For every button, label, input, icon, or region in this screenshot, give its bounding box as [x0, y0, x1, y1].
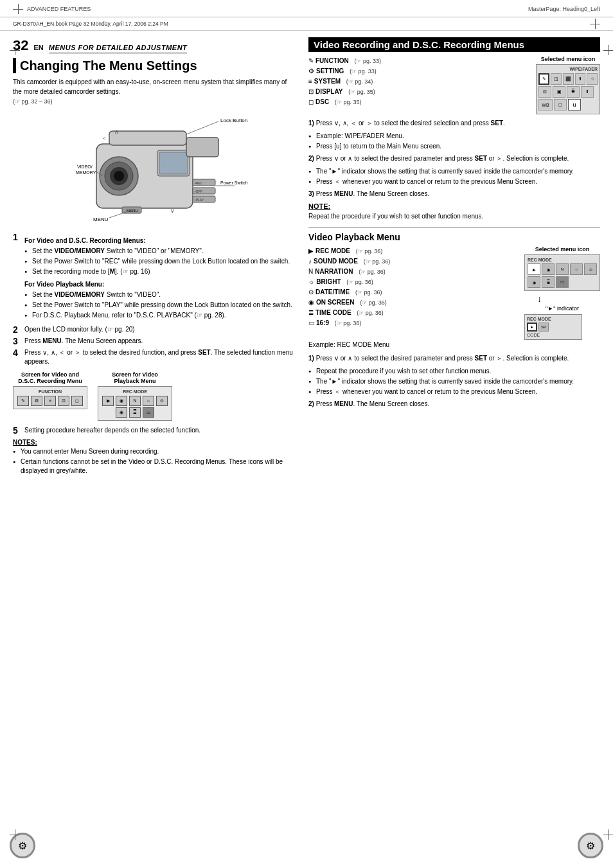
page: ADVANCED FEATURES MasterPage: Heading0_L…	[0, 0, 613, 868]
func-icon-4: ⊡	[58, 396, 69, 406]
sound-mode-icon: ♪	[308, 256, 312, 267]
masterpage-label: MasterPage: Heading0_Left	[528, 6, 600, 12]
rm-icon-3: N	[556, 263, 569, 275]
rec-mode-title: REC MODE	[528, 258, 597, 262]
rms-code-label: CODE	[527, 333, 580, 337]
svg-line-17	[186, 121, 218, 134]
vp-menu-heading: For Video Playback Menu:	[24, 280, 296, 289]
svg-text:Lock Button: Lock Button	[220, 118, 247, 123]
si-icon-9: ⬆	[581, 86, 594, 98]
rms-box-2: SP	[538, 323, 549, 332]
display-icon: ⊡	[308, 87, 314, 97]
note-bullet: You cannot enter Menu Screen during reco…	[13, 447, 296, 456]
rms-box-1: ►	[527, 323, 537, 332]
setting-icon: ⚙	[308, 66, 314, 76]
main-content: 32 EN MENUS FOR DETAILED ADJUSTMENT Chan…	[0, 31, 613, 484]
step-1-bullets: Set the VIDEO/MEMORY Switch to "VIDEO" o…	[24, 247, 296, 276]
svg-text:∨: ∨	[170, 208, 175, 214]
rm-icon-6: ◉	[528, 276, 540, 288]
bullet-item: Example: WIPE/FADER Menu.	[308, 132, 600, 141]
svg-rect-6	[159, 152, 188, 174]
intro-text: This camcorder is equipped with an easy-…	[13, 77, 296, 107]
step-4-number: 4	[13, 348, 22, 366]
function-icon: ✎	[308, 56, 314, 66]
func-icon-2: ⚙	[31, 396, 42, 406]
bullet-item: Set the recording mode to [M]. (☞ pg. 16…	[24, 267, 296, 276]
step-3: 3 Press MENU. The Menu Screen appears.	[13, 337, 296, 346]
vp-step-1: 1) Press ∨ or ∧ to select the desired pa…	[308, 353, 600, 363]
vp-menu-rec-mode: ▶ REC MODE (☞ pg. 36)	[308, 246, 518, 256]
gear-icon-bottom-right: ⚙	[578, 833, 603, 858]
vp-icon-5: ⊙	[156, 396, 168, 406]
video-playback-section: Video Playback Menu Selected menu icon R…	[308, 232, 600, 409]
bullet-item: Press ＜ whenever you want to cancel or r…	[308, 177, 600, 186]
vp-icon-1: ▶	[102, 396, 114, 406]
vp-selected-icon-area: Selected menu icon REC MODE ▶ ◉ N ☼ ⊙	[524, 246, 600, 340]
rms-title: REC MODE	[527, 317, 580, 321]
bullet-item: Set the Power Switch to "REC" while pres…	[24, 257, 296, 266]
on-screen-icon: ◉	[308, 297, 314, 308]
menu-item-function: ✎ FUNCTION (☞ pg. 33)	[308, 56, 529, 66]
vp-icon-6: ◉	[116, 407, 127, 418]
svg-text:Power Switch: Power Switch	[220, 181, 248, 185]
vp-icon-3: N	[129, 396, 141, 406]
bottom-right-gear: ⚙	[578, 833, 603, 858]
dsc-screen-label: Screen for Video andD.S.C. Recording Men…	[18, 371, 82, 384]
bullet-item: The "►" indicator shows the setting that…	[308, 167, 600, 176]
vp-menu-narration: N NARRATION (☞ pg. 36)	[308, 267, 518, 277]
si-icon-7: ▣	[553, 86, 565, 98]
page-title-row: 32 EN MENUS FOR DETAILED ADJUSTMENT	[13, 37, 296, 54]
vp-menu-bright: ☼ BRIGHT (☞ pg. 36)	[308, 277, 518, 287]
sub-header: GR-D370AH_EN.book Page 32 Monday, April …	[0, 17, 613, 31]
rm-icon-7: ≣	[542, 276, 555, 288]
vp-icon-4: ☼	[143, 396, 154, 406]
step-3-content: Press MENU. The Menu Screen appears.	[24, 337, 296, 346]
rec-mode-icons: ▶ ◉ N ☼ ⊙	[528, 263, 597, 275]
func-icon-1: ✎	[17, 396, 29, 406]
rm-icon-1: ▶	[528, 263, 540, 275]
si-icon-2: ◫	[551, 73, 562, 85]
rec-mode-small: REC MODE ► SP CODE	[524, 314, 582, 340]
menu-item-display: ⊡ DISPLAY (☞ pg. 35)	[308, 87, 529, 97]
left-column: 32 EN MENUS FOR DETAILED ADJUSTMENT Chan…	[13, 37, 296, 478]
vp-step-1-bullets: Repeat the procedure if you wish to set …	[308, 367, 600, 396]
dsc-recording-screen: Screen for Video andD.S.C. Recording Men…	[13, 371, 87, 409]
note-text: Repeat the procedure if you wish to set …	[308, 211, 600, 221]
si-row-2: ⊡ ▣ ≣ ⬆	[538, 86, 598, 98]
vp-menu-on-screen: ◉ ON SCREEN (☞ pg. 36)	[308, 297, 518, 308]
svg-line-24	[109, 210, 132, 218]
right-step-1: 1) Press ∨, ∧, ＜ or ＞ to select the desi…	[308, 118, 600, 128]
rec-mode-icon: ▶	[308, 246, 314, 256]
step-2-content: Open the LCD monitor fully. (☞ pg. 20)	[24, 325, 296, 334]
step-1-content: For Video and D.S.C. Recording Menus: Se…	[24, 233, 296, 323]
si-icon-10: WB	[538, 99, 553, 111]
step-4: 4 Press ∨, ∧, ＜ or ＞ to select the desir…	[13, 348, 296, 366]
rec-mode-icons-2: ◉ ≣ ▭	[528, 276, 597, 288]
menu-item-dsc: ◻ DSC (☞ pg. 35)	[308, 97, 529, 107]
vp-screen-label: Screen for VideoPlayback Menu	[112, 371, 157, 384]
notes-bullets: You cannot enter Menu Screen during reco…	[13, 447, 296, 475]
vp-icons-row-2: ◉ ≣ ▭	[116, 407, 154, 418]
vp-icon-7: ≣	[129, 407, 141, 418]
vp-bullets: Set the VIDEO/MEMORY Switch to "VIDEO". …	[24, 290, 296, 320]
rm-icon-5: ⊙	[584, 263, 597, 275]
svg-rect-7	[109, 131, 186, 145]
selected-icon-box: WIPE/FADER ✎ ◫ ⬛ ⬆ ☆ ⊡ ▣ ≣ ⬆	[536, 64, 600, 114]
rm-icon-8: ▭	[556, 276, 569, 288]
chapter-heading: Changing The Menu Settings	[13, 58, 296, 73]
vp-menu-16-9: ▭ 16:9 (☞ pg. 36)	[308, 318, 518, 328]
vp-menu-time-code: ≣ TIME CODE (☞ pg. 36)	[308, 308, 518, 318]
notes-box: NOTES: You cannot enter Menu Screen duri…	[13, 439, 296, 475]
vp-icon-8: ▭	[143, 407, 154, 418]
svg-text:VIDEO/: VIDEO/	[77, 164, 93, 169]
step-2-number: 2	[13, 325, 22, 334]
notes-title: NOTES:	[13, 439, 296, 446]
step-5-number: 5	[13, 426, 22, 435]
advanced-features-label: ADVANCED FEATURES	[27, 6, 91, 12]
video-playback-screen: Screen for VideoPlayback Menu REC MODE ▶…	[98, 371, 172, 421]
right-step-2-bullets: The "►" indicator shows the setting that…	[308, 167, 600, 186]
selected-icon-label: Selected menu icon	[536, 56, 600, 62]
bullet-item: Set the Power Switch to "PLAY" while pre…	[24, 301, 296, 310]
step-3-number: 3	[13, 337, 22, 346]
vp-menu-datetime: ⊙ DATE/TIME (☞ pg. 36)	[308, 287, 518, 297]
